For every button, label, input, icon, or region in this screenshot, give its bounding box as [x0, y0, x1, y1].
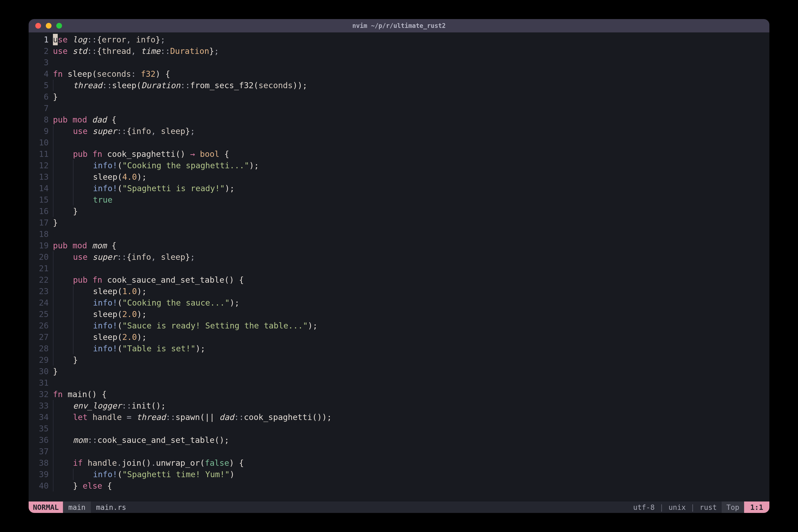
code-line[interactable] — [53, 377, 769, 388]
code-line[interactable]: } — [53, 206, 769, 217]
line-number: 7 — [29, 102, 49, 114]
line-number: 23 — [29, 286, 49, 297]
code-line[interactable]: env_logger::init(); — [53, 400, 769, 412]
code-line[interactable] — [53, 446, 769, 457]
code-line[interactable]: pub fn cook_spaghetti() → bool { — [53, 148, 769, 160]
line-number: 29 — [29, 354, 49, 366]
line-number: 38 — [29, 457, 49, 469]
line-number: 35 — [29, 423, 49, 434]
line-number: 12 — [29, 160, 49, 171]
code-line[interactable]: thread::sleep(Duration::from_secs_f32(se… — [53, 80, 769, 91]
mode-indicator: NORMAL — [29, 501, 63, 513]
code-line[interactable] — [53, 263, 769, 274]
line-number: 27 — [29, 331, 49, 343]
line-number: 8 — [29, 114, 49, 126]
line-number: 36 — [29, 434, 49, 446]
code-line[interactable] — [53, 137, 769, 148]
line-number: 2 — [29, 45, 49, 57]
line-number: 10 — [29, 137, 49, 148]
code-line[interactable] — [53, 423, 769, 434]
line-number: 34 — [29, 412, 49, 423]
code-line[interactable]: mom::cook_sauce_and_set_table(); — [53, 434, 769, 446]
line-number: 32 — [29, 388, 49, 400]
line-number: 6 — [29, 91, 49, 102]
statusline-right: utf-8 | unix | rust Top 1:1 — [628, 501, 769, 513]
code-line[interactable] — [53, 57, 769, 68]
cursor-position: 1:1 — [744, 501, 769, 513]
code-line[interactable]: } else { — [53, 480, 769, 492]
line-number: 16 — [29, 206, 49, 217]
line-number: 37 — [29, 446, 49, 457]
code-line[interactable]: } — [53, 217, 769, 228]
line-number: 5 — [29, 80, 49, 91]
window-title: nvim ~/p/r/ultimate_rust2 — [29, 22, 769, 29]
filename: main.rs — [91, 503, 131, 512]
code-line[interactable]: sleep(1.0); — [53, 286, 769, 297]
line-number: 26 — [29, 320, 49, 331]
code-line[interactable]: fn main() { — [53, 388, 769, 400]
code-line[interactable]: use super::{info, sleep}; — [53, 251, 769, 263]
code-line[interactable]: pub mod dad { — [53, 114, 769, 126]
line-number-gutter: 1234567891011121314151617181920212223242… — [29, 34, 53, 501]
code-line[interactable]: if handle.join().unwrap_or(false) { — [53, 457, 769, 469]
line-number: 3 — [29, 57, 49, 68]
code-line[interactable]: info!("Cooking the spaghetti..."); — [53, 160, 769, 171]
code-line[interactable]: sleep(2.0); — [53, 308, 769, 320]
code-line[interactable] — [53, 102, 769, 114]
code-line[interactable]: sleep(2.0); — [53, 331, 769, 343]
code-line[interactable]: info!("Cooking the sauce..."); — [53, 297, 769, 308]
encoding: utf-8 — [628, 503, 660, 512]
code-line[interactable]: } — [53, 91, 769, 102]
line-number: 17 — [29, 217, 49, 228]
code-line[interactable]: true — [53, 194, 769, 206]
close-icon[interactable] — [35, 23, 41, 28]
code-line[interactable]: } — [53, 354, 769, 366]
line-number: 9 — [29, 126, 49, 137]
cursor: u — [53, 34, 58, 45]
git-branch: main — [63, 501, 91, 513]
line-number: 39 — [29, 469, 49, 480]
line-number: 4 — [29, 68, 49, 80]
scroll-position: Top — [722, 501, 744, 513]
line-number: 31 — [29, 377, 49, 388]
line-number: 18 — [29, 228, 49, 240]
code-line[interactable]: let handle = thread::spawn(|| dad::cook_… — [53, 412, 769, 423]
line-number: 19 — [29, 240, 49, 251]
traffic-lights — [35, 23, 62, 28]
code-area[interactable]: use log::{error, info};use std::{thread,… — [53, 34, 769, 501]
code-line[interactable]: use super::{info, sleep}; — [53, 126, 769, 137]
line-number: 13 — [29, 171, 49, 183]
line-number: 20 — [29, 251, 49, 263]
minimize-icon[interactable] — [46, 23, 52, 28]
line-number: 21 — [29, 263, 49, 274]
code-line[interactable]: use std::{thread, time::Duration}; — [53, 45, 769, 57]
line-number: 11 — [29, 148, 49, 160]
fileformat: unix — [664, 503, 690, 512]
code-line[interactable]: info!("Table is set!"); — [53, 343, 769, 354]
line-number: 22 — [29, 274, 49, 286]
line-number: 14 — [29, 183, 49, 194]
code-line[interactable]: use log::{error, info}; — [53, 34, 769, 45]
code-line[interactable]: } — [53, 366, 769, 377]
editor-pane[interactable]: 1234567891011121314151617181920212223242… — [29, 33, 769, 501]
filetype: rust — [695, 503, 721, 512]
code-line[interactable] — [53, 228, 769, 240]
code-line[interactable]: info!("Spaghetti time! Yum!") — [53, 469, 769, 480]
line-number: 28 — [29, 343, 49, 354]
line-number: 1 — [29, 34, 49, 45]
line-number: 33 — [29, 400, 49, 412]
line-number: 40 — [29, 480, 49, 492]
code-line[interactable]: pub mod mom { — [53, 240, 769, 251]
code-line[interactable]: fn sleep(seconds: f32) { — [53, 68, 769, 80]
line-number: 24 — [29, 297, 49, 308]
code-line[interactable]: info!("Spaghetti is ready!"); — [53, 183, 769, 194]
line-number: 15 — [29, 194, 49, 206]
line-number: 30 — [29, 366, 49, 377]
line-number: 25 — [29, 308, 49, 320]
status-line: NORMAL main main.rs utf-8 | unix | rust … — [29, 501, 769, 513]
code-line[interactable]: sleep(4.0); — [53, 171, 769, 183]
code-line[interactable]: info!("Sauce is ready! Setting the table… — [53, 320, 769, 331]
code-line[interactable]: pub fn cook_sauce_and_set_table() { — [53, 274, 769, 286]
window-titlebar: nvim ~/p/r/ultimate_rust2 — [29, 19, 769, 33]
zoom-icon[interactable] — [56, 23, 62, 28]
